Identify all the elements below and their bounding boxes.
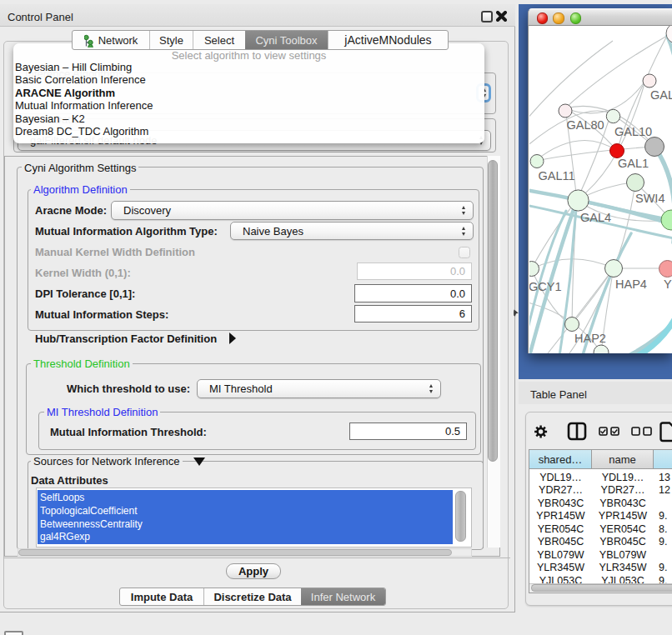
svg-text:GAL10: GAL10 — [614, 125, 652, 138]
svg-text:HAP2: HAP2 — [574, 332, 606, 345]
svg-text:GAL7: GAL7 — [650, 88, 672, 102]
svg-text:SWI4: SWI4 — [635, 192, 664, 205]
svg-text:GCY1: GCY1 — [529, 280, 562, 293]
svg-text:YE: YE — [664, 278, 672, 291]
svg-text:HAP4: HAP4 — [615, 278, 647, 291]
svg-text:GAL4: GAL4 — [580, 211, 611, 224]
svg-text:GAL11: GAL11 — [539, 169, 575, 182]
svg-text:GAL80: GAL80 — [567, 118, 604, 132]
svg-text:GAL1: GAL1 — [618, 157, 649, 170]
